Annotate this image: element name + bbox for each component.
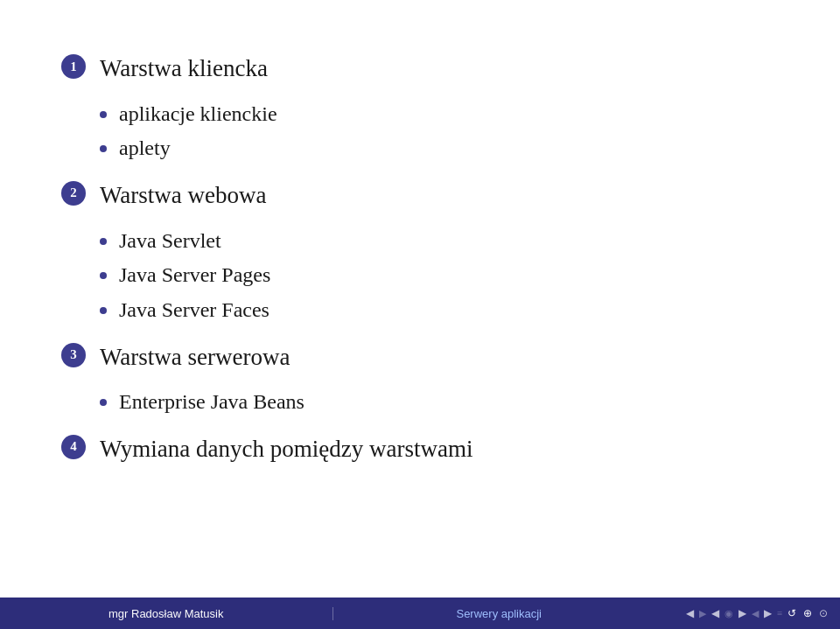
title-text: Serwery aplikacji <box>456 607 542 620</box>
sub-item-text: Java Server Faces <box>119 296 270 325</box>
item-1-text: Warstwa kliencka <box>100 52 268 86</box>
author-text: mgr Radosław Matusik <box>108 607 224 620</box>
slide-content: 1 Warstwa kliencka aplikacje klienckie a… <box>0 0 840 598</box>
sub-list-item: aplety <box>100 134 779 164</box>
list-item: 1 Warstwa kliencka aplikacje klienckie a… <box>61 52 779 167</box>
sub-list-item: Enterprise Java Beans <box>100 388 779 417</box>
bullet-icon <box>100 145 107 152</box>
footer-title: Serwery aplikacji <box>333 607 666 620</box>
sub-list-item: Java Server Faces <box>100 296 779 325</box>
list-item: 4 Wymiana danych pomiędzy warstwami <box>61 433 779 480</box>
sub-item-text: aplety <box>119 134 171 164</box>
bullet-icon <box>100 111 107 118</box>
number-badge-2: 2 <box>61 181 86 206</box>
footer-author: mgr Radosław Matusik <box>0 607 333 620</box>
bullet-icon <box>100 238 107 245</box>
sub-item-text: Java Servlet <box>119 227 221 256</box>
sub-list-3: Enterprise Java Beans <box>100 388 779 421</box>
nav-last-icon[interactable]: ▶ <box>762 607 774 620</box>
bullet-icon <box>100 399 107 406</box>
search-icon[interactable]: ⊕ <box>802 607 814 620</box>
sub-list-item: Java Servlet <box>100 227 779 256</box>
sub-item-text: aplikacje klienckie <box>119 100 277 129</box>
footer-bar: mgr Radosław Matusik Serwery aplikacji ◀… <box>0 598 840 629</box>
sub-list-1: aplikacje klienckie aplety <box>100 100 779 167</box>
bullet-icon <box>100 272 107 279</box>
main-list: 1 Warstwa kliencka aplikacje klienckie a… <box>61 52 779 480</box>
list-item: 2 Warstwa webowa Java Servlet Java Serve… <box>61 179 779 329</box>
nav-next-icon[interactable]: ▶ <box>737 607 748 620</box>
item-3-text: Warstwa serwerowa <box>100 341 290 374</box>
item-2-text: Warstwa webowa <box>100 179 267 213</box>
sub-item-text: Java Server Pages <box>119 261 270 290</box>
number-badge-4: 4 <box>61 435 86 459</box>
zoom-icon[interactable]: ↺ <box>786 607 798 620</box>
sub-item-text: Enterprise Java Beans <box>119 388 304 417</box>
sub-list-item: Java Server Pages <box>100 261 779 290</box>
number-badge-1: 1 <box>61 54 86 79</box>
nav-first-icon[interactable]: ◀ <box>684 607 696 620</box>
sub-list-2: Java Servlet Java Server Pages Java Serv… <box>100 227 779 329</box>
bullet-icon <box>100 307 107 314</box>
list-item: 3 Warstwa serwerowa Enterprise Java Bean… <box>61 341 779 421</box>
footer-nav: ◀ ▶ ◀ ◉ ▶ ◀ ▶ ≡ ↺ ⊕ ⊙ <box>665 607 840 620</box>
nav-prev-icon[interactable]: ◀ <box>710 607 721 620</box>
menu-icon[interactable]: ⊙ <box>817 607 830 620</box>
sub-list-item: aplikacje klienckie <box>100 100 779 129</box>
number-badge-3: 3 <box>61 343 86 367</box>
item-4-text: Wymiana danych pomiędzy warstwami <box>100 433 473 466</box>
